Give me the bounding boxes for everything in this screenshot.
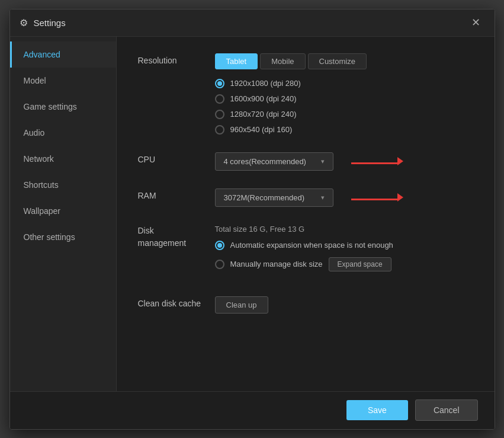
sidebar-item-shortcuts-label: Shortcuts [24,180,59,190]
sidebar-item-wallpaper[interactable]: Wallpaper [10,198,116,224]
ram-label: RAM [138,188,215,200]
expand-space-button[interactable]: Expand space [329,257,391,271]
resolution-section: Resolution Tablet Mobile Customize 1920x… [138,53,473,135]
dialog-body: Advanced Model Game settings Audio Netwo… [10,37,495,391]
main-content: Resolution Tablet Mobile Customize 1920x… [117,37,495,391]
disk-management-content: Total size 16 G, Free 13 G Automatic exp… [215,225,473,279]
radio-auto-expand [215,241,224,250]
disk-management-section: Disk management Total size 16 G, Free 13… [138,225,473,279]
resolution-label-960: 960x540 (dpi 160) [230,125,293,134]
disk-label-line2: management [138,238,187,248]
resolution-label-1920: 1920x1080 (dpi 280) [230,79,301,88]
sidebar-item-audio[interactable]: Audio [10,120,116,146]
sidebar-item-other-settings[interactable]: Other settings [10,224,116,250]
disk-option-auto[interactable]: Automatic expansion when space is not en… [215,241,473,250]
disk-management-label: Disk management [138,225,215,250]
resolution-tabs: Tablet Mobile Customize [215,53,473,69]
resolution-label-1280: 1280x720 (dpi 240) [230,110,297,119]
sidebar-item-game-settings-label: Game settings [24,102,77,111]
resolution-option-1600[interactable]: 1600x900 (dpi 240) [215,94,473,104]
cpu-dropdown-value: 4 cores(Recommended) [224,157,306,166]
manual-disk-label: Manually manage disk size [230,260,323,268]
disk-info-text: Total size 16 G, Free 13 G [215,225,473,234]
sidebar-item-advanced[interactable]: Advanced [10,41,116,68]
sidebar-item-network[interactable]: Network [10,146,116,172]
clean-up-button[interactable]: Clean up [215,296,268,314]
sidebar-item-model[interactable]: Model [10,68,116,94]
clean-disk-cache-content: Clean up [215,296,473,314]
cpu-content: 4 cores(Recommended) ▾ [215,152,473,171]
tab-customize[interactable]: Customize [308,53,367,69]
title-bar: ⚙ Settings ✕ [10,9,495,37]
sidebar-item-audio-label: Audio [24,128,45,138]
resolution-options: 1920x1080 (dpi 280) 1600x900 (dpi 240) 1… [215,79,473,135]
ram-dropdown-value: 3072M(Recommended) [224,193,305,202]
gear-icon: ⚙ [20,17,28,28]
close-button[interactable]: ✕ [467,15,485,30]
cpu-label: CPU [138,152,215,164]
resolution-option-1280[interactable]: 1280x720 (dpi 240) [215,110,473,119]
radio-1920 [215,79,224,88]
dialog-footer: Save Cancel [10,391,495,429]
cpu-section: CPU 4 cores(Recommended) ▾ [138,152,473,171]
cancel-button[interactable]: Cancel [415,399,478,421]
resolution-option-960[interactable]: 960x540 (dpi 160) [215,125,473,135]
radio-manual-disk [215,260,224,269]
sidebar-item-advanced-label: Advanced [24,50,60,59]
cpu-dropdown-row: 4 cores(Recommended) ▾ [215,152,473,171]
sidebar-item-game-settings[interactable]: Game settings [10,94,116,120]
cpu-dropdown[interactable]: 4 cores(Recommended) ▾ [215,152,333,171]
clean-disk-cache-section: Clean disk cache Clean up [138,296,473,314]
dialog-title: Settings [34,18,467,28]
tab-tablet[interactable]: Tablet [215,53,258,69]
red-arrow-ram [351,192,399,203]
radio-1280 [215,110,224,119]
chevron-down-icon-ram: ▾ [321,194,325,202]
red-arrow-cpu [351,156,399,167]
sidebar-item-wallpaper-label: Wallpaper [24,206,61,216]
auto-expand-label: Automatic expansion when space is not en… [230,241,393,250]
ram-section: RAM 3072M(Recommended) ▾ [138,188,473,207]
clean-disk-cache-label: Clean disk cache [138,296,215,308]
tab-mobile[interactable]: Mobile [260,53,305,69]
resolution-label-1600: 1600x900 (dpi 240) [230,94,297,103]
disk-option-manual[interactable]: Manually manage disk size Expand space [215,257,473,271]
sidebar-item-shortcuts[interactable]: Shortcuts [10,172,116,198]
ram-content: 3072M(Recommended) ▾ [215,188,473,207]
sidebar-item-model-label: Model [24,76,46,85]
radio-960 [215,125,224,135]
ram-dropdown[interactable]: 3072M(Recommended) ▾ [215,188,333,207]
ram-dropdown-row: 3072M(Recommended) ▾ [215,188,473,207]
disk-label-line1: Disk [138,226,154,235]
resolution-option-1920[interactable]: 1920x1080 (dpi 280) [215,79,473,88]
save-button[interactable]: Save [346,400,408,420]
resolution-label: Resolution [138,53,215,65]
sidebar-item-network-label: Network [24,154,54,164]
radio-1600 [215,94,224,104]
ram-arrow-indicator [351,192,399,203]
cpu-arrow-indicator [351,156,399,167]
sidebar: Advanced Model Game settings Audio Netwo… [10,37,117,391]
chevron-down-icon: ▾ [321,158,325,165]
resolution-content: Tablet Mobile Customize 1920x1080 (dpi 2… [215,53,473,135]
settings-dialog: ⚙ Settings ✕ Advanced Model Game setting… [9,9,495,430]
sidebar-item-other-settings-label: Other settings [24,232,75,242]
